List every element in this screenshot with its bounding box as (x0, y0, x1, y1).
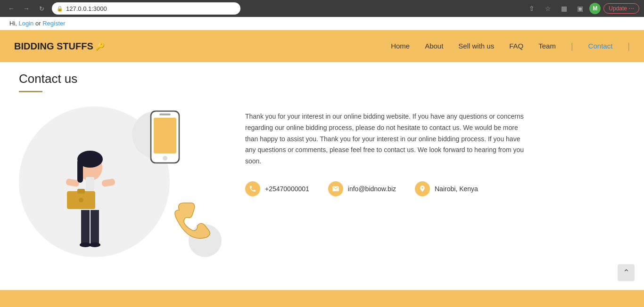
greeting-bar: Hi, Login or Register (0, 17, 644, 30)
nav-faq[interactable]: FAQ (509, 42, 523, 50)
login-link[interactable]: Login (19, 20, 34, 27)
nav-home[interactable]: Home (391, 42, 410, 50)
woman-illustration (57, 121, 123, 252)
address-bar[interactable]: 🔒 127.0.0.1:3000 (52, 2, 240, 15)
phone-illustration (146, 111, 184, 177)
email-icon (328, 181, 343, 196)
phone-icon (245, 181, 260, 196)
contact-layout: Thank you for your interest in our onlin… (19, 106, 625, 257)
forward-button[interactable]: → (20, 2, 33, 15)
register-link[interactable]: Register (42, 20, 65, 27)
lock-icon: 🔒 (57, 6, 63, 12)
svg-rect-0 (81, 208, 90, 245)
browser-chrome: ← → ↻ 🔒 127.0.0.1:3000 ⇧ ☆ ▦ ▣ M Update … (0, 0, 644, 17)
logo[interactable]: BIDDING STUFFS 🔑 (14, 41, 391, 52)
svg-rect-16 (154, 118, 176, 154)
svg-rect-13 (86, 177, 94, 191)
nav-about[interactable]: About (425, 42, 443, 50)
contact-details: +25470000001 info@bidnow.biz (245, 181, 625, 196)
svg-point-3 (89, 242, 100, 247)
email-address: info@bidnow.biz (348, 185, 396, 193)
svg-rect-6 (101, 178, 116, 187)
bookmark-icon[interactable]: ☆ (541, 2, 554, 15)
footer (0, 290, 644, 307)
update-button[interactable]: Update ⋯ (603, 3, 639, 14)
navbar: BIDDING STUFFS 🔑 Home About Sell with us… (0, 30, 644, 62)
logo-text: BIDDING STUFFS (14, 41, 93, 52)
svg-point-18 (163, 156, 167, 161)
svg-rect-1 (91, 208, 99, 245)
contact-email-item: info@bidnow.biz (328, 181, 396, 196)
nav-contact[interactable]: Contact (588, 42, 613, 50)
contact-description: Thank you for your interest in our onlin… (245, 111, 528, 167)
refresh-button[interactable]: ↻ (35, 2, 48, 15)
update-dots-icon: ⋯ (628, 5, 634, 12)
browser-actions: ⇧ ☆ ▦ ▣ M Update ⋯ (525, 2, 639, 15)
nav-buttons: ← → ↻ (5, 2, 48, 15)
svg-rect-17 (159, 113, 171, 115)
phone-number: +25470000001 (265, 185, 309, 193)
illustration-area (19, 106, 245, 257)
main-content: Contact us (0, 62, 644, 288)
nav-sell-with-us[interactable]: Sell with us (458, 42, 494, 50)
back-button[interactable]: ← (5, 2, 18, 15)
contact-info-area: Thank you for your interest in our onlin… (245, 106, 625, 196)
contact-phone-item: +25470000001 (245, 181, 309, 196)
logo-icon: 🔑 (95, 42, 105, 51)
layout-icon[interactable]: ▣ (573, 2, 586, 15)
share-icon[interactable]: ⇧ (525, 2, 538, 15)
svg-point-12 (79, 198, 83, 202)
extensions-icon[interactable]: ▦ (557, 2, 570, 15)
location-text: Nairobi, Kenya (435, 185, 478, 193)
scroll-to-top-button[interactable]: ⌃ (618, 264, 635, 281)
location-icon (415, 181, 430, 196)
svg-rect-9 (77, 159, 83, 183)
contact-title: Contact us (19, 72, 625, 86)
contact-location-item: Nairobi, Kenya (415, 181, 478, 196)
hi-text: Hi, (9, 20, 17, 27)
profile-button[interactable]: M (589, 3, 601, 14)
nav-divider-1: | (571, 41, 573, 51)
nav-team[interactable]: Team (538, 42, 556, 50)
url-text: 127.0.0.1:3000 (66, 5, 107, 12)
or-text: or (35, 20, 41, 27)
phone-call-illustration (174, 201, 222, 238)
nav-links: Home About Sell with us FAQ Team | Conta… (391, 41, 630, 51)
title-underline (19, 91, 42, 92)
svg-rect-11 (77, 189, 85, 194)
nav-divider-2: | (627, 41, 630, 51)
